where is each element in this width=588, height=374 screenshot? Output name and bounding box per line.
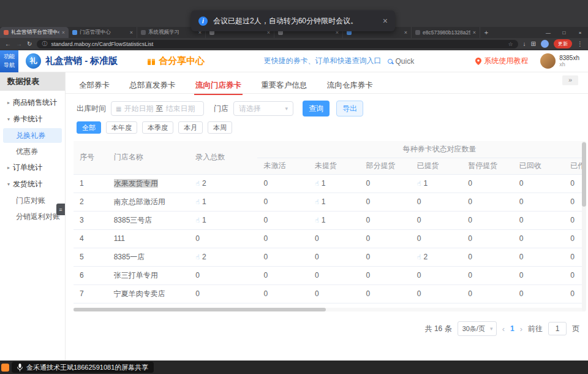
table-cell: 0 <box>462 284 513 303</box>
browser-tab[interactable]: e8c573980b1328a2584d2a6... × <box>412 27 480 38</box>
sidebar-item-distribution-rebate[interactable]: 分销返利对账 <box>0 208 65 224</box>
current-page[interactable]: 1 <box>510 324 514 333</box>
cell-value: 5 <box>80 253 84 261</box>
browser-tab[interactable]: 礼盒营销平台管理中心 × <box>0 27 69 38</box>
table-cell[interactable]: ☝2 <box>189 174 257 193</box>
horizontal-scrollbar-thumb[interactable] <box>74 308 326 311</box>
table-cell[interactable]: ☝1 <box>309 211 360 229</box>
table-cell[interactable]: ☝1 <box>411 174 462 193</box>
table-cell[interactable]: ☝2 <box>411 248 462 266</box>
table-cell[interactable]: ☝2 <box>189 248 257 266</box>
sidebar-item-order-stats[interactable]: ▸ 订单统计 <box>0 159 65 176</box>
table-group-header: 每种券卡状态对应数量 <box>257 141 584 158</box>
download-icon[interactable]: ↓ <box>523 40 526 47</box>
table-cell: 0 <box>189 266 257 284</box>
start-date-placeholder[interactable]: 开始日期 <box>124 104 153 114</box>
forward-icon[interactable]: → <box>16 40 22 47</box>
column-header-total: 录入总数 <box>189 141 257 174</box>
cell-value: 0 <box>195 234 200 243</box>
store-filter-label: 门店 <box>214 104 228 114</box>
quick-search[interactable]: Quick <box>388 57 415 66</box>
export-button[interactable]: 导出 <box>336 101 363 116</box>
end-date-placeholder[interactable]: 结束日期 <box>165 104 195 114</box>
column-header-status: 部分提货 <box>360 158 410 174</box>
table-cell: 0 <box>513 174 564 193</box>
quick-filter-year[interactable]: 本年度 <box>106 121 137 134</box>
sidebar-item-discount-coupon[interactable]: 优惠券 <box>0 143 65 159</box>
cell-value: 0 <box>263 289 268 298</box>
sidebar-item-store-reconciliation[interactable]: 门店对账 <box>0 193 65 208</box>
close-button[interactable]: × <box>572 27 588 38</box>
vertical-scrollbar[interactable] <box>582 141 586 311</box>
table-cell[interactable]: ☝1 <box>309 193 360 211</box>
tab-warehouse-flow-cards[interactable]: 流向仓库券卡 <box>326 77 374 94</box>
tutorial-link[interactable]: 系统使用教程 <box>475 56 528 66</box>
page-size-select[interactable]: 30条/页 ▾ <box>458 321 497 336</box>
store-select[interactable]: 请选择 ▾ <box>233 101 293 116</box>
sidebar-item-product-sales-stats[interactable]: ▸ 商品销售统计 <box>0 94 65 111</box>
sidebar-collapse-handle[interactable]: ≡ <box>56 204 65 215</box>
quick-filter-all[interactable]: 全部 <box>77 121 101 134</box>
tab-all-cards[interactable]: 全部券卡 <box>78 77 111 94</box>
tab-hq-direct-cards[interactable]: 总部直发券卡 <box>128 77 176 94</box>
goto-page-input[interactable] <box>548 322 567 335</box>
notification-close-icon[interactable]: × <box>383 16 388 26</box>
quick-filter-month[interactable]: 本月 <box>178 121 203 134</box>
sidebar-item-label: 商品销售统计 <box>13 97 57 108</box>
tutorial-label: 系统使用教程 <box>484 56 528 66</box>
user-name: 8385xh xh <box>559 55 579 68</box>
refresh-icon[interactable]: ↻ <box>27 40 32 47</box>
browser-profile-avatar[interactable] <box>541 40 549 48</box>
quick-search-label: Quick <box>396 57 415 66</box>
site-info-icon[interactable]: ⓘ <box>42 40 47 48</box>
sidebar-item-card-stats[interactable]: ▾ 券卡统计 <box>0 111 65 128</box>
table-cell: 0 <box>462 174 513 193</box>
share-center-link[interactable]: 合分享中心 <box>147 55 205 67</box>
sidebar-item-label: 券卡统计 <box>13 114 42 124</box>
tab-close-icon[interactable]: × <box>62 29 65 36</box>
date-range-input[interactable]: ▦ 开始日期 至 结束日期 <box>111 101 204 116</box>
browser-update-button[interactable]: 更新 <box>554 39 572 48</box>
function-nav-button[interactable]: 功能 导航 <box>0 50 18 72</box>
table-cell[interactable]: ☝1 <box>309 174 360 193</box>
taskbar-app-icon[interactable] <box>1 364 9 372</box>
bookmark-star-icon[interactable]: ☆ <box>508 41 513 47</box>
table-cell[interactable]: ☝1 <box>189 211 257 229</box>
vertical-scrollbar-thumb[interactable] <box>582 142 586 207</box>
cell-value: 0 <box>417 289 421 298</box>
location-pin-icon <box>475 58 481 65</box>
user-avatar[interactable] <box>540 53 556 69</box>
browser-tab[interactable]: 门店管理中心 × <box>69 27 137 38</box>
tab-close-icon[interactable]: × <box>473 29 476 36</box>
quick-filter-quarter[interactable]: 本季度 <box>142 121 173 134</box>
search-button[interactable]: 查询 <box>303 101 330 116</box>
screen-share-text: 金禾通技术王斌18662591081的屏幕共享 <box>26 363 148 372</box>
nav-button-line1: 功能 <box>0 53 18 61</box>
menu-dots-icon[interactable]: ⋮ <box>577 40 583 47</box>
table-cell[interactable]: ☝1 <box>189 193 257 211</box>
info-icon: i <box>198 17 208 26</box>
horizontal-scrollbar[interactable] <box>74 308 584 311</box>
table-cell: 2 <box>74 193 108 211</box>
tab-store-flow-cards[interactable]: 流向门店券卡 <box>194 77 243 95</box>
sidebar-item-delivery-stats[interactable]: ▾ 发货统计 <box>0 176 65 193</box>
next-page-icon[interactable]: › <box>520 324 522 334</box>
maximize-button[interactable]: □ <box>556 27 572 38</box>
tab-vip-customer-info[interactable]: 重要客户信息 <box>260 77 308 94</box>
new-tab-button[interactable]: + <box>480 27 492 38</box>
column-header-status: 未激活 <box>257 158 308 174</box>
cell-value: 0 <box>315 289 319 298</box>
tab-close-icon[interactable]: × <box>130 29 133 36</box>
tab-close-icon[interactable]: × <box>404 29 407 36</box>
minimize-button[interactable]: — <box>540 27 556 38</box>
extensions-icon[interactable]: ⊞ <box>531 40 536 47</box>
panel-collapse-button[interactable]: » <box>562 75 578 85</box>
prev-page-icon[interactable]: ‹ <box>502 324 505 334</box>
cell-value: 6 <box>80 271 84 280</box>
cell-value: 8385三号店 <box>114 216 153 224</box>
cell-value: 0 <box>263 216 268 224</box>
url-bar[interactable]: ⓘ standard.maboy.cn/CardFlowStatisticsLi… <box>37 40 518 48</box>
back-icon[interactable]: ← <box>5 40 11 47</box>
quick-filter-week[interactable]: 本周 <box>208 121 232 134</box>
sidebar-item-exchange-coupon[interactable]: 兑换礼券 <box>3 128 62 143</box>
